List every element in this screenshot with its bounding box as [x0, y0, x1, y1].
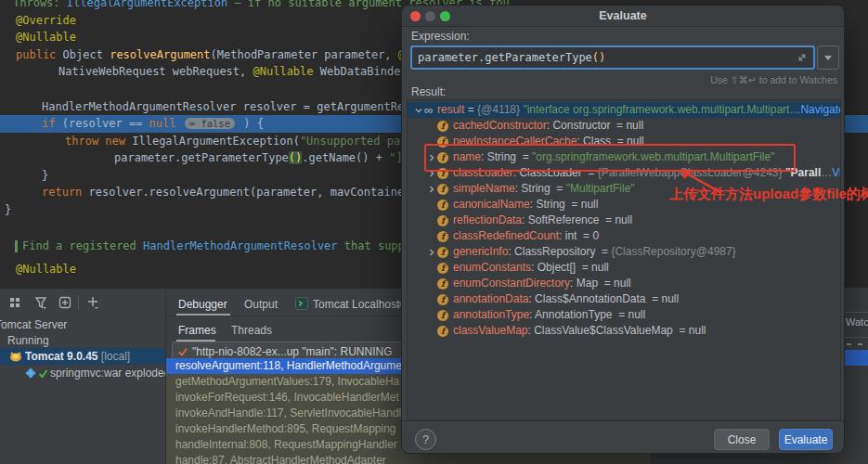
- thread-checkmark-icon: [177, 346, 188, 357]
- variable-name: classRedefinedCount: [453, 228, 559, 244]
- grid-icon[interactable]: [7, 295, 22, 310]
- variable-row-enumConstantDirectory[interactable]: fenumConstantDirectory: Map = null: [408, 276, 840, 291]
- doc-comment-bar: [15, 240, 18, 252]
- chevron-right-icon[interactable]: [426, 154, 437, 161]
- variable-name: genericInfo: [453, 244, 508, 260]
- variable-name: simpleName: [453, 181, 515, 197]
- field-icon: f: [437, 294, 448, 305]
- evaluation-result-icon: ∞: [424, 102, 437, 118]
- variable-row-enumConstants[interactable]: fenumConstants: Object[] = null: [408, 260, 840, 276]
- variable-value: : ClassValue$ClassValueMap = null: [527, 323, 706, 339]
- stack-frame[interactable]: handle:87, AbstractHandlerMethodAdapter: [166, 453, 650, 464]
- variable-name: result: [437, 102, 464, 118]
- variable-name: classLoader: [453, 165, 513, 181]
- tree-item-tomcat-9-0-45[interactable]: Tomcat 9.0.45 [local]: [0, 348, 165, 365]
- variable-row-classValueMap[interactable]: fclassValueMap: ClassValue$ClassValueMap…: [408, 323, 840, 339]
- variable-name: annotationData: [453, 291, 528, 307]
- tab-debugger[interactable]: Debugger: [178, 296, 227, 313]
- tab-frames[interactable]: Frames: [178, 322, 216, 339]
- tree-item-label: springmvc:war exploded: [50, 365, 165, 381]
- tab-output[interactable]: Output: [244, 296, 278, 313]
- chevron-down-icon[interactable]: [413, 107, 424, 114]
- field-icon: f: [437, 168, 448, 179]
- tab-threads[interactable]: Threads: [231, 322, 272, 339]
- field-icon: f: [437, 231, 448, 242]
- variable-row-newInstanceCallerCache[interactable]: fnewInstanceCallerCache: Class = null: [408, 134, 840, 149]
- variable-value: : SoftReference = null: [522, 213, 632, 228]
- chevron-right-icon[interactable]: [426, 186, 437, 193]
- field-icon: f: [437, 326, 448, 337]
- evaluate-dialog: Evaluate Expression: parameter.getParame…: [401, 5, 845, 454]
- variable-value: : Object[] = null: [531, 260, 609, 276]
- close-button[interactable]: Close: [714, 429, 770, 450]
- variable-name: enumConstants: [453, 260, 531, 276]
- chevron-right-icon[interactable]: [426, 170, 437, 177]
- variable-row-annotationData[interactable]: fannotationData: Class$AnnotationData = …: [408, 291, 840, 307]
- variable-row-classLoader[interactable]: fclassLoader: ClassLoader = {ParallelWeb…: [408, 165, 840, 181]
- variable-name: canonicalName: [453, 197, 530, 213]
- tree-item-tomcat-server[interactable]: Tomcat Server: [0, 316, 165, 333]
- dialog-title: Evaluate: [402, 6, 844, 26]
- expression-history-dropdown[interactable]: [817, 45, 839, 70]
- variable-value: : String =: [481, 149, 532, 165]
- variable-row-result[interactable]: ∞result = {@4118} "interface org.springf…: [408, 102, 840, 118]
- result-tree[interactable]: ∞result = {@4118} "interface org.springf…: [407, 99, 841, 420]
- watches-toolbar-fragment: [847, 343, 851, 345]
- variable-row-cachedConstructor[interactable]: fcachedConstructor: Constructor = null: [408, 118, 840, 134]
- view-link[interactable]: View: [832, 165, 841, 181]
- terminal-icon: [295, 297, 310, 312]
- tree-item-label: Tomcat 9.0.45 [local]: [25, 348, 130, 365]
- variable-value: : Class$AnnotationData = null: [528, 291, 679, 307]
- field-icon: f: [437, 136, 448, 148]
- variable-name: newInstanceCallerCache: [453, 134, 577, 149]
- variable-name: classValueMap: [453, 323, 527, 339]
- variable-value: "Parall: [785, 165, 821, 181]
- tree-item-label: Running: [7, 332, 49, 349]
- expand-icon[interactable]: [797, 52, 808, 63]
- variable-value: "interface org.springframework.web.multi…: [523, 102, 789, 118]
- variable-row-reflectionData[interactable]: freflectionData: SoftReference = null: [408, 213, 840, 228]
- field-icon: f: [437, 263, 448, 274]
- dialog-titlebar[interactable]: Evaluate: [402, 6, 844, 27]
- variable-name: reflectionData: [453, 213, 522, 228]
- chevron-right-icon[interactable]: [426, 249, 437, 256]
- code-text: }: [0, 203, 11, 216]
- selected-row-fragment: [843, 350, 868, 366]
- expression-input[interactable]: parameter.getParameterType(): [410, 45, 815, 70]
- tree-item-label: Tomcat Server: [0, 316, 67, 333]
- variable-row-name[interactable]: fname: String = "org.springframework.web…: [408, 149, 840, 165]
- tab-watches[interactable]: Watches: [846, 316, 868, 328]
- help-button[interactable]: ?: [415, 429, 436, 450]
- tree-item-suffix: [local]: [97, 350, 130, 363]
- tree-item-springmvc-war-exploded[interactable]: springmvc:war exploded: [0, 365, 165, 381]
- code-text: @Nullable: [0, 263, 76, 276]
- variable-row-annotationType[interactable]: fannotationType: AnnotationType = null: [408, 307, 840, 323]
- code-text: parameter.getParameterType().getName() +…: [0, 151, 422, 164]
- field-icon: f: [437, 121, 448, 132]
- navigate-link[interactable]: Navigate: [800, 102, 841, 118]
- field-icon: f: [437, 278, 448, 290]
- add-application-icon[interactable]: [58, 295, 72, 310]
- field-icon: f: [437, 184, 448, 195]
- variable-value: : Map = null: [570, 276, 631, 291]
- code-text: HandlerMethodArgumentResolver resolver =…: [0, 100, 431, 113]
- evaluate-button[interactable]: Evaluate: [779, 429, 833, 450]
- add-icon[interactable]: [85, 295, 100, 310]
- variable-name: annotationType: [453, 307, 529, 323]
- variable-row-classRedefinedCount[interactable]: fclassRedefinedCount: int = 0: [408, 228, 840, 244]
- annotation-text: 上传文件方法upload参数file的树数类型: [669, 186, 868, 203]
- variable-value: : String =: [515, 181, 566, 197]
- filter-icon[interactable]: [33, 295, 48, 310]
- tree-item-running[interactable]: Running: [0, 332, 165, 349]
- code-text: public Object resolveArgument(MethodPara…: [0, 48, 432, 61]
- code-text: NativeWebRequest webRequest, @Nullable W…: [0, 65, 421, 78]
- thread-label: "http-nio-8082-ex...up "main": RUNNING: [192, 345, 393, 358]
- field-icon: f: [437, 152, 448, 163]
- code-text: throw new IllegalArgumentException("Unsu…: [0, 135, 427, 148]
- variable-name: cachedConstructor: [453, 118, 547, 134]
- variable-value: {@4118}: [477, 102, 523, 118]
- variable-value: {ParallelWebappClassLoader@4243}: [598, 165, 785, 181]
- watches-toolbar-fragment: [858, 343, 862, 345]
- variable-row-genericInfo[interactable]: fgenericInfo: ClassRepository = {ClassRe…: [408, 244, 840, 260]
- chevron-down-icon: [824, 56, 832, 60]
